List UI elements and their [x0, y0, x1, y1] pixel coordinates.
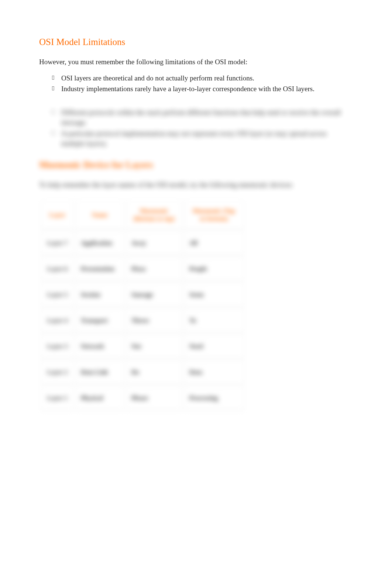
cell-mn2: Seem: [184, 283, 244, 306]
col-header-mnemonic-top-bottom: Mnemonic (Top to bottom): [184, 201, 244, 229]
cell-layer: Layer 7: [41, 231, 73, 255]
cell-name: Session: [76, 283, 124, 306]
cell-name: Network: [76, 334, 124, 358]
cell-mn2: Data: [184, 360, 244, 384]
cell-mn2: People: [184, 257, 244, 280]
table-row: Layer 1 Physical Please Processing: [41, 386, 244, 410]
cell-mn2: All: [184, 231, 244, 255]
cell-layer: Layer 4: [41, 308, 73, 332]
cell-name: Data Link: [76, 360, 124, 384]
table-row: Layer 2 Data Link Do Data: [41, 360, 244, 384]
cell-name: Application: [76, 231, 124, 255]
table-row: Layer 3 Network Not Need: [41, 334, 244, 358]
cell-mn2: To: [184, 308, 244, 332]
cell-layer: Layer 2: [41, 360, 73, 384]
list-item: A particular protocol implementation may…: [52, 128, 344, 149]
intro-paragraph-limitations: However, you must remember the following…: [39, 57, 344, 67]
intro-paragraph-mnemonic: To help remember the layer names of the …: [39, 180, 344, 190]
col-header-mnemonic-bottom-top: Mnemonic (Bottom to top): [126, 201, 182, 229]
cell-mn2: Need: [184, 334, 244, 358]
osi-mnemonic-table: Layer Name Mnemonic (Bottom to top) Mnem…: [39, 199, 246, 412]
cell-mn1: Pizza: [126, 257, 182, 280]
cell-layer: Layer 1: [41, 386, 73, 410]
list-item: OSI layers are theoretical and do not ac…: [52, 73, 344, 83]
cell-mn1: Not: [126, 334, 182, 358]
cell-name: Presentation: [76, 257, 124, 280]
col-header-name: Name: [76, 201, 124, 229]
table-row: Layer 5 Session Sausage Seem: [41, 283, 244, 306]
cell-layer: Layer 3: [41, 334, 73, 358]
table-row: Layer 6 Presentation Pizza People: [41, 257, 244, 280]
cell-name: Transport: [76, 308, 124, 332]
cell-mn1: Away: [126, 231, 182, 255]
section-heading-mnemonic: Mnemonic Device for Layers: [39, 160, 344, 170]
limitations-list-blurred: Different protocols within the stack per…: [39, 107, 344, 149]
cell-mn1: Please: [126, 386, 182, 410]
col-header-layer: Layer: [41, 201, 73, 229]
table-row: Layer 7 Application Away All: [41, 231, 244, 255]
cell-layer: Layer 6: [41, 257, 73, 280]
section-heading-limitations: OSI Model Limitations: [39, 37, 344, 47]
cell-mn1: Sausage: [126, 283, 182, 306]
cell-name: Physical: [76, 386, 124, 410]
cell-mn2: Processing: [184, 386, 244, 410]
cell-mn1: Throw: [126, 308, 182, 332]
table-header-row: Layer Name Mnemonic (Bottom to top) Mnem…: [41, 201, 244, 229]
table-row: Layer 4 Transport Throw To: [41, 308, 244, 332]
cell-mn1: Do: [126, 360, 182, 384]
list-item: Different protocols within the stack per…: [52, 107, 344, 128]
blurred-preview-region: Different protocols within the stack per…: [39, 107, 344, 412]
cell-layer: Layer 5: [41, 283, 73, 306]
limitations-list-clear: OSI layers are theoretical and do not ac…: [39, 73, 344, 94]
list-item: Industry implementations rarely have a l…: [52, 84, 344, 94]
